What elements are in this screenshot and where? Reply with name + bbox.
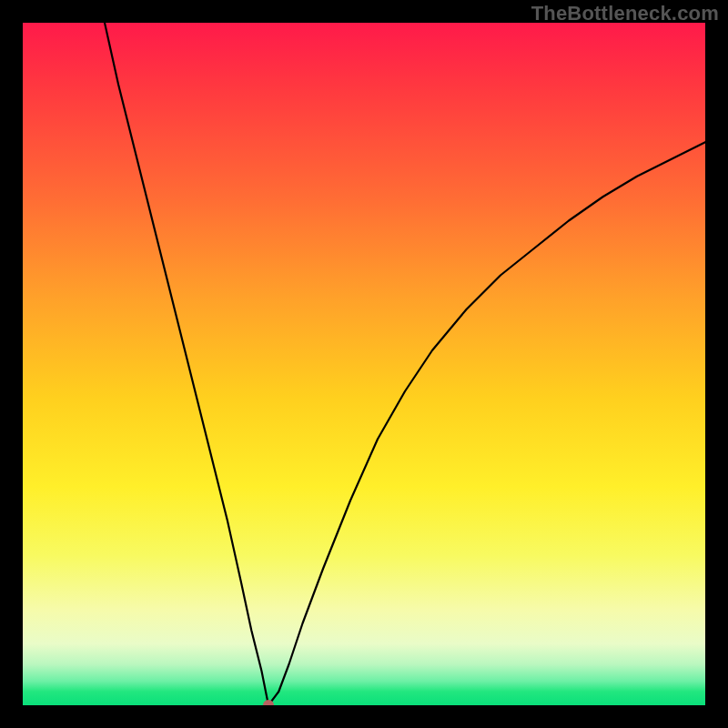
curve-layer	[23, 23, 705, 705]
bottleneck-curve	[105, 23, 705, 705]
plot-area	[23, 23, 705, 705]
chart-frame: TheBottleneck.com	[0, 0, 728, 728]
